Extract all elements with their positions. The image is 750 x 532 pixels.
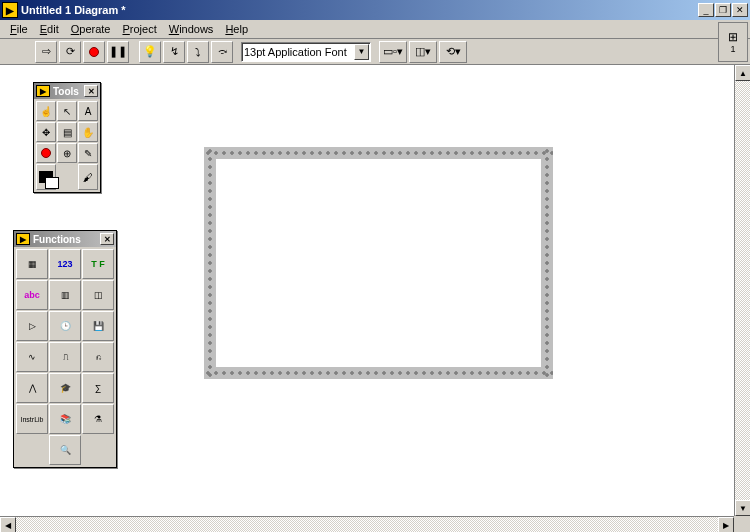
run-continuous-button[interactable]: ⟳	[59, 41, 81, 63]
menu-edit[interactable]: Edit	[34, 21, 65, 37]
scroll-left-button[interactable]: ◀	[0, 517, 16, 532]
func-cluster[interactable]: ◫	[82, 280, 114, 310]
horizontal-scrollbar[interactable]: ◀ ▶	[0, 516, 734, 532]
minimize-button[interactable]: _	[698, 3, 714, 17]
window-title: Untitled 1 Diagram *	[21, 4, 698, 16]
distribute-button[interactable]: ◫▾	[409, 41, 437, 63]
paint-tool[interactable]: 🖌	[78, 164, 98, 190]
scroll-right-button[interactable]: ▶	[718, 517, 734, 532]
tools-palette-title: Tools	[53, 86, 84, 97]
restore-button[interactable]: ❐	[715, 3, 731, 17]
tools-palette[interactable]: ▶ Tools ✕ ☝ ↖ A ✥ ▤ ✋ ⊕ ✎ 🖌	[33, 82, 101, 193]
func-boolean[interactable]: T F	[82, 249, 114, 279]
close-button[interactable]: ✕	[732, 3, 748, 17]
menubar: File Edit Operate Project Windows Help	[0, 20, 750, 39]
func-search[interactable]: 🔍	[49, 435, 81, 465]
functions-palette-title: Functions	[33, 234, 100, 245]
context-help-indicator[interactable]: ⊞ 1	[718, 22, 748, 62]
functions-palette[interactable]: ▶ Functions ✕ ▦ 123 T F abc ▥ ◫ ▷ 🕒 💾 ∿ …	[13, 230, 117, 468]
run-button[interactable]: ⇨	[35, 41, 57, 63]
menu-operate[interactable]: Operate	[65, 21, 117, 37]
scroll-tool[interactable]: ✋	[78, 122, 98, 142]
pause-button[interactable]: ❚❚	[107, 41, 129, 63]
func-math[interactable]: ∑	[82, 373, 114, 403]
func-motion[interactable]: 🎓	[49, 373, 81, 403]
func-instrlib[interactable]: InstrLib	[16, 404, 48, 434]
func-daq[interactable]: ⎌	[82, 342, 114, 372]
vertical-scrollbar[interactable]: ▲ ▼	[734, 65, 750, 516]
align-button[interactable]: ▭▫▾	[379, 41, 407, 63]
font-select[interactable]: 13pt Application Font ▼	[241, 42, 371, 62]
app-icon: ▶	[2, 2, 18, 18]
operate-tool[interactable]: ☝	[36, 101, 56, 121]
sequence-structure[interactable]	[204, 147, 553, 379]
func-waveform[interactable]: ∿	[16, 342, 48, 372]
highlight-button[interactable]: 💡	[139, 41, 161, 63]
font-label: 13pt Application Font	[244, 46, 347, 58]
dropdown-arrow-icon: ▼	[354, 44, 369, 60]
step-into-button[interactable]: ⤵	[187, 41, 209, 63]
functions-palette-close[interactable]: ✕	[100, 233, 114, 245]
scroll-track[interactable]	[735, 81, 750, 500]
palette-icon: ▶	[36, 85, 50, 97]
menu-project[interactable]: Project	[116, 21, 162, 37]
func-array[interactable]: ▥	[49, 280, 81, 310]
scroll-down-button[interactable]: ▼	[735, 500, 750, 516]
func-fileio[interactable]: 💾	[82, 311, 114, 341]
func-analysis[interactable]: ⎍	[49, 342, 81, 372]
step-over-button[interactable]: ⤼	[211, 41, 233, 63]
abort-icon	[89, 47, 99, 57]
func-string[interactable]: abc	[16, 280, 48, 310]
tools-palette-close[interactable]: ✕	[84, 85, 98, 97]
func-numeric[interactable]: 123	[49, 249, 81, 279]
menu-help[interactable]: Help	[219, 21, 254, 37]
menu-file[interactable]: File	[4, 21, 34, 37]
titlebar: ▶ Untitled 1 Diagram * _ ❐ ✕	[0, 0, 750, 20]
wiring-tool[interactable]: ✥	[36, 122, 56, 142]
func-libraries[interactable]: 📚	[49, 404, 81, 434]
retain-wire-button[interactable]: ↯	[163, 41, 185, 63]
breakpoint-icon	[41, 148, 51, 158]
scroll-track[interactable]	[16, 517, 718, 532]
func-time[interactable]: 🕒	[49, 311, 81, 341]
func-structures[interactable]: ▦	[16, 249, 48, 279]
func-user[interactable]: ⚗	[82, 404, 114, 434]
func-comparison[interactable]: ▷	[16, 311, 48, 341]
scroll-up-button[interactable]: ▲	[735, 65, 750, 81]
functions-palette-titlebar[interactable]: ▶ Functions ✕	[14, 231, 116, 247]
color-tool[interactable]	[36, 164, 56, 190]
palette-icon: ▶	[16, 233, 30, 245]
position-tool[interactable]: ↖	[57, 101, 77, 121]
workspace[interactable]: ▶ Tools ✕ ☝ ↖ A ✥ ▤ ✋ ⊕ ✎ 🖌 ▶ Functions …	[0, 65, 734, 516]
text-tool[interactable]: A	[78, 101, 98, 121]
scroll-corner	[734, 516, 750, 532]
probe-tool[interactable]: ⊕	[57, 143, 77, 163]
func-signal[interactable]: ⋀	[16, 373, 48, 403]
breakpoint-tool[interactable]	[36, 143, 56, 163]
reorder-button[interactable]: ⟲▾	[439, 41, 467, 63]
tools-palette-titlebar[interactable]: ▶ Tools ✕	[34, 83, 100, 99]
abort-button[interactable]	[83, 41, 105, 63]
indicator-label: 1	[730, 44, 735, 54]
color-copy-tool[interactable]: ✎	[78, 143, 98, 163]
menu-windows[interactable]: Windows	[163, 21, 220, 37]
object-popup-tool[interactable]: ▤	[57, 122, 77, 142]
toolbar: ⇨ ⟳ ❚❚ 💡 ↯ ⤵ ⤼ 13pt Application Font ▼ ▭…	[0, 39, 750, 65]
